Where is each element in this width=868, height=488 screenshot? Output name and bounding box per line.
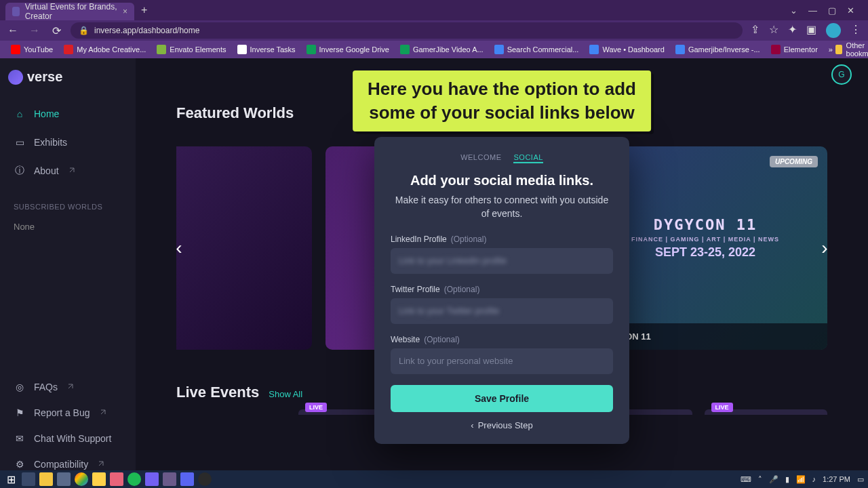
browser-tab[interactable]: Virtual Events for Brands, Creator × xyxy=(5,3,134,20)
logo[interactable]: verse xyxy=(8,69,127,85)
external-link-icon xyxy=(66,383,74,391)
app-icon[interactable] xyxy=(110,472,123,486)
tray-expand-icon[interactable]: ˄ xyxy=(758,475,762,484)
sidebar: verse ⌂ Home ▭ Exhibits ⓘ About SUBSCRIB… xyxy=(0,58,136,488)
mail-icon[interactable] xyxy=(57,472,71,486)
reload-icon[interactable]: ⟳ xyxy=(50,24,62,37)
bookmark-adobe[interactable]: My Adobe Creative... xyxy=(60,43,150,56)
carousel-prev[interactable]: ‹ xyxy=(165,235,193,262)
profile-avatar[interactable] xyxy=(826,23,841,38)
chrome-icon[interactable] xyxy=(75,472,88,486)
tab-social[interactable]: SOCIAL xyxy=(513,153,542,163)
bug-icon: ⚑ xyxy=(14,407,26,419)
show-all-link[interactable]: Show All xyxy=(269,389,302,399)
bookmark-search[interactable]: Search Commercial... xyxy=(490,43,583,56)
sidebar-item-about[interactable]: ⓘ About xyxy=(8,158,127,184)
search-icon xyxy=(494,45,504,54)
notifications-icon[interactable]: ▭ xyxy=(857,475,864,484)
previous-step-link[interactable]: ‹ Previous Step xyxy=(391,420,613,430)
start-icon[interactable]: ⊞ xyxy=(4,472,18,486)
system-tray: ⌨ ˄ 🎤 ▮ 📶 ♪ 1:27 PM ▭ xyxy=(741,475,864,484)
forward-icon[interactable]: → xyxy=(28,24,41,37)
menu-icon[interactable]: ⋮ xyxy=(850,23,861,38)
discord-icon[interactable] xyxy=(180,472,194,486)
app: verse ⌂ Home ▭ Exhibits ⓘ About SUBSCRIB… xyxy=(0,58,868,488)
other-bookmarks[interactable]: Other bookmarks xyxy=(835,41,868,58)
bookmark-wave[interactable]: Wave • Dashboard xyxy=(585,43,669,56)
windows-taskbar: ⊞ ⌨ ˄ 🎤 ▮ 📶 ♪ 1:27 PM ▭ xyxy=(0,470,868,488)
exhibits-icon: ▭ xyxy=(14,136,26,148)
wifi-icon[interactable]: 📶 xyxy=(796,475,806,484)
sidebar-item-exhibits[interactable]: ▭ Exhibits xyxy=(8,129,127,155)
url-text: inverse.app/dashboard/home xyxy=(94,26,199,35)
world-card[interactable]: LIVE xyxy=(176,146,312,350)
obs-icon[interactable] xyxy=(198,472,212,486)
sidebar-item-chat-support[interactable]: ✉ Chat With Support xyxy=(8,426,127,451)
task-view-icon[interactable] xyxy=(22,472,35,486)
share-icon[interactable]: ⇪ xyxy=(751,23,760,38)
close-window-icon[interactable]: ✕ xyxy=(847,5,854,16)
viber-icon[interactable] xyxy=(145,472,159,486)
close-icon[interactable]: × xyxy=(123,7,127,16)
modal-tabs: WELCOME SOCIAL xyxy=(391,153,613,163)
bookmark-gamerjibe-video[interactable]: GamerJibe Video A... xyxy=(396,43,488,56)
sound-icon[interactable]: ♪ xyxy=(812,475,816,483)
app2-icon[interactable] xyxy=(163,472,176,486)
chat-icon: ✉ xyxy=(14,432,26,445)
linkedin-input[interactable] xyxy=(391,247,613,273)
main: G Featured Worlds ‹ LIVE 🚀 UPCOMING DYGY… xyxy=(136,58,868,488)
carousel-next[interactable]: › xyxy=(811,235,838,262)
compat-icon: ⚙ xyxy=(14,458,26,470)
social-links-modal: WELCOME SOCIAL Add your social media lin… xyxy=(374,137,629,443)
website-input[interactable] xyxy=(391,348,613,373)
external-link-icon xyxy=(67,167,75,175)
notes-icon[interactable] xyxy=(92,472,106,486)
bookmark-notion[interactable]: Inverse Tasks xyxy=(233,43,300,56)
clock[interactable]: 1:27 PM xyxy=(823,475,850,483)
modal-subtitle: Make it easy for others to connect with … xyxy=(391,194,613,220)
tab-welcome[interactable]: WELCOME xyxy=(460,153,501,163)
sidebar-item-report-bug[interactable]: ⚑ Report a Bug xyxy=(8,400,127,426)
battery-icon[interactable]: ▮ xyxy=(785,475,789,484)
linkedin-label: LinkedIn Profile(Optional) xyxy=(391,234,613,243)
twitter-input[interactable] xyxy=(391,298,613,323)
website-label: Website(Optional) xyxy=(391,334,613,344)
side-panel-icon[interactable]: ▣ xyxy=(806,23,816,38)
gdrive-icon xyxy=(307,45,316,54)
adobe-icon xyxy=(64,45,73,54)
tutorial-callout: Here you have the option to add some of … xyxy=(353,70,651,131)
about-icon: ⓘ xyxy=(14,165,26,177)
home-icon: ⌂ xyxy=(14,108,26,120)
sidebar-item-faqs[interactable]: ◎ FAQs xyxy=(8,374,127,400)
mic-icon[interactable]: 🎤 xyxy=(769,475,778,484)
url-input[interactable]: 🔒 inverse.app/dashboard/home xyxy=(71,22,743,39)
bookmark-youtube[interactable]: YouTube xyxy=(7,43,57,56)
tab-bar: Virtual Events for Brands, Creator × + ⌄… xyxy=(0,0,868,20)
spotify-icon[interactable] xyxy=(127,472,141,486)
new-tab-button[interactable]: + xyxy=(141,4,147,16)
docs-icon xyxy=(675,45,685,54)
bookmark-gamerjibe-doc[interactable]: Gamerjibe/Inverse -... xyxy=(671,43,764,56)
save-profile-button[interactable]: Save Profile xyxy=(391,384,613,411)
live-event-card[interactable]: LIVE xyxy=(705,409,828,415)
notion-icon xyxy=(237,45,247,54)
star-icon[interactable]: ☆ xyxy=(769,23,778,38)
maximize-icon[interactable]: ▢ xyxy=(828,5,836,16)
file-explorer-icon[interactable] xyxy=(39,472,53,486)
window-controls: ⌄ — ▢ ✕ xyxy=(790,5,863,16)
modal-title: Add your social media links. xyxy=(391,173,613,188)
bookmark-envato[interactable]: Envato Elements xyxy=(153,43,230,56)
extensions-icon[interactable]: ✦ xyxy=(788,23,797,38)
bookmark-elementor[interactable]: Elementor xyxy=(767,43,822,56)
subscribed-worlds-label: SUBSCRIBED WORLDS xyxy=(14,203,122,211)
minimize-icon[interactable]: — xyxy=(808,5,817,16)
address-bar: ← → ⟳ 🔒 inverse.app/dashboard/home ⇪ ☆ ✦… xyxy=(0,20,868,41)
browser-chrome: Virtual Events for Brands, Creator × + ⌄… xyxy=(0,0,868,58)
back-icon[interactable]: ← xyxy=(7,24,19,37)
bookmarks-overflow[interactable]: » xyxy=(829,45,833,54)
keyboard-icon[interactable]: ⌨ xyxy=(741,475,751,484)
chevron-down-icon[interactable]: ⌄ xyxy=(790,5,797,16)
sidebar-item-home[interactable]: ⌂ Home xyxy=(8,101,127,127)
bookmark-gdrive[interactable]: Inverse Google Drive xyxy=(302,43,393,56)
user-avatar[interactable]: G xyxy=(831,64,852,85)
